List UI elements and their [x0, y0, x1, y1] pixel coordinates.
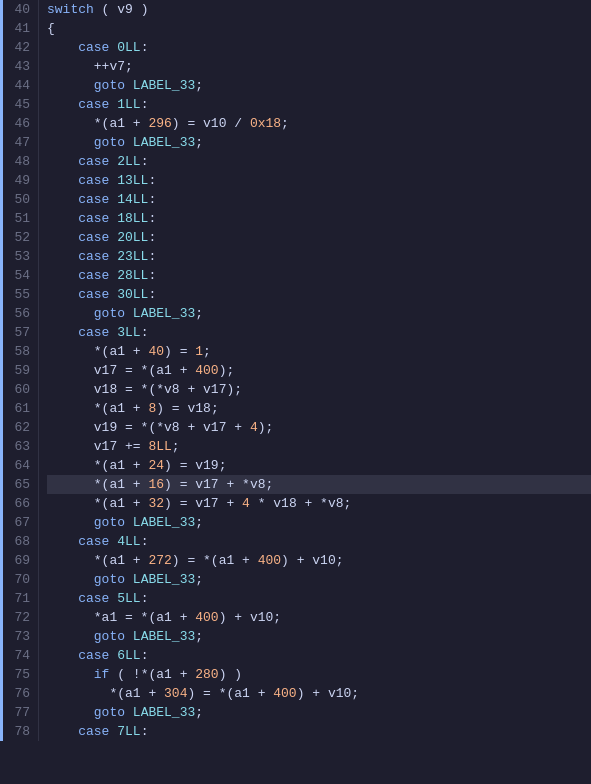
- line-number: 74: [7, 646, 30, 665]
- line-number: 44: [7, 76, 30, 95]
- line-number: 56: [7, 304, 30, 323]
- code-line: case 2LL:: [47, 152, 591, 171]
- line-number: 62: [7, 418, 30, 437]
- code-line: if ( !*(a1 + 280) ): [47, 665, 591, 684]
- line-number: 55: [7, 285, 30, 304]
- line-number: 45: [7, 95, 30, 114]
- line-number: 65: [7, 475, 30, 494]
- code-line: case 18LL:: [47, 209, 591, 228]
- line-number: 59: [7, 361, 30, 380]
- line-number: 50: [7, 190, 30, 209]
- line-number: 48: [7, 152, 30, 171]
- code-line: case 23LL:: [47, 247, 591, 266]
- code-line: *(a1 + 296) = v10 / 0x18;: [47, 114, 591, 133]
- code-line: case 4LL:: [47, 532, 591, 551]
- code-line: v17 += 8LL;: [47, 437, 591, 456]
- line-number: 58: [7, 342, 30, 361]
- line-number: 61: [7, 399, 30, 418]
- line-number: 67: [7, 513, 30, 532]
- line-number: 77: [7, 703, 30, 722]
- code-line: *(a1 + 24) = v19;: [47, 456, 591, 475]
- code-line: case 30LL:: [47, 285, 591, 304]
- code-line: case 5LL:: [47, 589, 591, 608]
- code-line: goto LABEL_33;: [47, 627, 591, 646]
- code-line: v19 = *(*v8 + v17 + 4);: [47, 418, 591, 437]
- code-viewer: 4041424344454647484950515253545556575859…: [0, 0, 591, 741]
- line-number: 42: [7, 38, 30, 57]
- code-line: case 14LL:: [47, 190, 591, 209]
- line-number: 76: [7, 684, 30, 703]
- code-line: case 0LL:: [47, 38, 591, 57]
- line-number: 40: [7, 0, 30, 19]
- line-number: 43: [7, 57, 30, 76]
- line-number: 52: [7, 228, 30, 247]
- code-line: goto LABEL_33;: [47, 133, 591, 152]
- code-line: *(a1 + 32) = v17 + 4 * v18 + *v8;: [47, 494, 591, 513]
- line-number: 53: [7, 247, 30, 266]
- line-number: 57: [7, 323, 30, 342]
- line-number: 51: [7, 209, 30, 228]
- line-number: 46: [7, 114, 30, 133]
- line-number: 66: [7, 494, 30, 513]
- code-content: switch ( v9 ){ case 0LL: ++v7; goto LABE…: [39, 0, 591, 741]
- code-line: v17 = *(a1 + 400);: [47, 361, 591, 380]
- line-number-gutter: 4041424344454647484950515253545556575859…: [3, 0, 39, 741]
- code-line: case 20LL:: [47, 228, 591, 247]
- line-number: 69: [7, 551, 30, 570]
- line-number: 60: [7, 380, 30, 399]
- code-line: case 3LL:: [47, 323, 591, 342]
- line-number: 54: [7, 266, 30, 285]
- code-line: {: [47, 19, 591, 38]
- code-line: goto LABEL_33;: [47, 304, 591, 323]
- line-number: 78: [7, 722, 30, 741]
- code-line: *(a1 + 272) = *(a1 + 400) + v10;: [47, 551, 591, 570]
- code-line: *a1 = *(a1 + 400) + v10;: [47, 608, 591, 627]
- code-line: switch ( v9 ): [47, 0, 591, 19]
- line-number: 70: [7, 570, 30, 589]
- code-line: case 13LL:: [47, 171, 591, 190]
- code-line: goto LABEL_33;: [47, 703, 591, 722]
- code-line: goto LABEL_33;: [47, 76, 591, 95]
- code-line: goto LABEL_33;: [47, 513, 591, 532]
- line-number: 47: [7, 133, 30, 152]
- code-line: *(a1 + 16) = v17 + *v8;: [47, 475, 591, 494]
- code-line: ++v7;: [47, 57, 591, 76]
- line-number: 49: [7, 171, 30, 190]
- code-line: case 6LL:: [47, 646, 591, 665]
- line-number: 63: [7, 437, 30, 456]
- code-line: goto LABEL_33;: [47, 570, 591, 589]
- line-number: 73: [7, 627, 30, 646]
- line-number: 71: [7, 589, 30, 608]
- line-number: 75: [7, 665, 30, 684]
- code-line: *(a1 + 304) = *(a1 + 400) + v10;: [47, 684, 591, 703]
- code-line: v18 = *(*v8 + v17);: [47, 380, 591, 399]
- line-number: 68: [7, 532, 30, 551]
- code-line: *(a1 + 40) = 1;: [47, 342, 591, 361]
- line-number: 64: [7, 456, 30, 475]
- code-line: *(a1 + 8) = v18;: [47, 399, 591, 418]
- code-line: case 7LL:: [47, 722, 591, 741]
- code-line: case 1LL:: [47, 95, 591, 114]
- line-number: 41: [7, 19, 30, 38]
- line-number: 72: [7, 608, 30, 627]
- code-line: case 28LL:: [47, 266, 591, 285]
